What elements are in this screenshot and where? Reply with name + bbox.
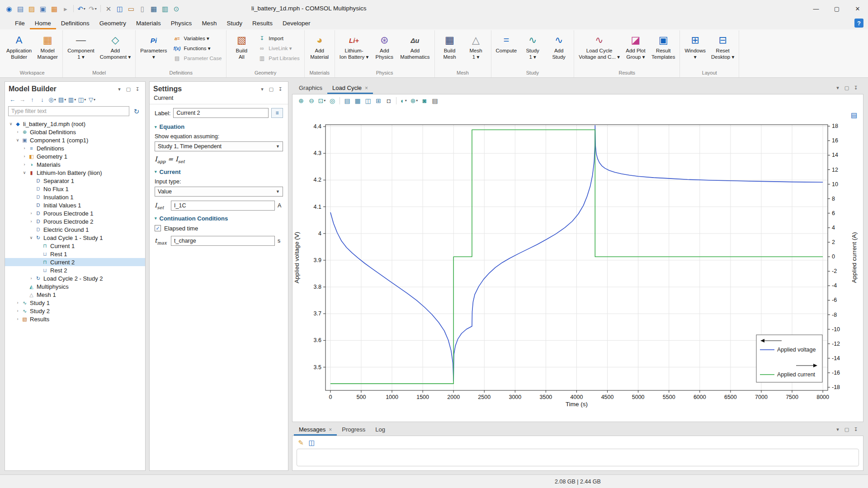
detach-icon[interactable]: ▢ <box>124 85 132 93</box>
collapse-icon[interactable]: ▾ <box>258 85 266 93</box>
ribbon-import[interactable]: ↧Import <box>255 34 302 43</box>
tab-load-cycle[interactable]: Load Cycle× <box>327 83 373 94</box>
grid-icon[interactable]: ▦ <box>353 96 363 105</box>
iset-input[interactable] <box>171 201 275 211</box>
tree-node-current-1[interactable]: ⊓Current 1 <box>5 242 145 250</box>
ribbon-reset-desktop[interactable]: ⊟Reset Desktop ▾ <box>709 32 736 62</box>
cut-icon[interactable]: ✕ <box>103 3 114 14</box>
copy-icon[interactable]: ◫ <box>114 3 125 14</box>
expand-arrow-icon[interactable]: › <box>14 300 21 305</box>
refresh-icon[interactable]: ↻ <box>131 106 142 117</box>
table-icon[interactable]: ▦ <box>148 3 159 14</box>
tab-progress[interactable]: Progress <box>337 424 370 436</box>
ribbon-build-mesh[interactable]: ▦Build Mesh <box>437 32 462 62</box>
tree-node-definitions[interactable]: ›≡Definitions <box>5 144 145 152</box>
ribbon-build-all[interactable]: ▧Build All <box>229 32 254 62</box>
ribbon-functions[interactable]: f(x)Functions ▾ <box>170 44 224 53</box>
ribbon-parameter-case[interactable]: ▤Parameter Case <box>170 54 224 63</box>
menu-definitions[interactable]: Definitions <box>56 18 94 29</box>
tree-node-multiphysics[interactable]: ◭Multiphysics <box>5 282 145 291</box>
split-view-icon[interactable]: ◫ <box>363 96 373 105</box>
node-group-icon[interactable]: ▥ <box>160 3 170 14</box>
ribbon-mesh-1[interactable]: △Mesh 1 ▾ <box>463 32 489 62</box>
tree-node-load-cycle-1-study-1[interactable]: ∨↻Load Cycle 1 - Study 1 <box>5 234 145 242</box>
expand-arrow-icon[interactable]: › <box>14 130 21 134</box>
expand-arrow-icon[interactable]: › <box>21 154 28 159</box>
tree-node-initial-values-1[interactable]: DInitial Values 1 <box>5 201 145 209</box>
pin-icon[interactable]: ↧ <box>852 425 860 433</box>
tmax-input[interactable] <box>171 236 275 246</box>
forward-icon[interactable]: → <box>18 95 27 104</box>
maximize-button[interactable]: ▢ <box>826 0 847 17</box>
tree-node-load-cycle-2-study-2[interactable]: ›↻Load Cycle 2 - Study 2 <box>5 274 145 282</box>
axes-icon[interactable]: ▤ <box>342 96 352 105</box>
expand-arrow-icon[interactable]: › <box>14 309 21 313</box>
tree-node-study-1[interactable]: ›∿Study 1 <box>5 299 145 307</box>
show-ui-options-button[interactable]: ≡ <box>271 108 283 118</box>
tree-node-mesh-1[interactable]: △Mesh 1 <box>5 291 145 299</box>
minimize-button[interactable]: — <box>806 0 826 17</box>
copy-messages-icon[interactable]: ◫ <box>307 438 316 447</box>
new-file-icon[interactable]: ▤ <box>15 3 26 14</box>
print-icon[interactable]: ▤ <box>430 96 440 105</box>
pin-icon[interactable]: ↧ <box>276 85 284 93</box>
ribbon-model-manager[interactable]: ▦Model Manager <box>35 32 60 62</box>
help-button[interactable]: ? <box>854 19 863 28</box>
collapse-icon[interactable]: ▾ <box>115 85 123 93</box>
menu-mesh[interactable]: Mesh <box>197 18 222 29</box>
tree-node-li-battery-1d-mph-root[interactable]: ∨◆li_battery_1d.mph (root) <box>5 120 145 128</box>
go-to-default-view-icon[interactable]: ◎ <box>327 96 337 105</box>
equation-study-dropdown[interactable]: Study 1, Time Dependent ▼ <box>155 141 283 151</box>
image-snapshot-icon[interactable]: ◙ <box>420 96 429 105</box>
filter-icon[interactable]: ▽▾ <box>87 95 97 104</box>
zoom-in-icon[interactable]: ⊕ <box>296 96 306 105</box>
ribbon-component-1[interactable]: ―Component 1 ▾ <box>65 32 96 62</box>
ribbon-add-study[interactable]: ∿Add Study <box>546 32 571 62</box>
scene-settings-icon[interactable]: ⊛▾ <box>409 96 419 105</box>
redo-icon[interactable]: ↷▾ <box>87 3 98 14</box>
label-input[interactable] <box>173 108 269 118</box>
ribbon-study-1[interactable]: ∿Study 1 ▾ <box>520 32 545 62</box>
detach-icon[interactable]: ▢ <box>267 85 275 93</box>
collapse-icon[interactable]: ▾ <box>834 84 842 92</box>
tree-node-rest-2[interactable]: ⊔Rest 2 <box>5 266 145 274</box>
back-icon[interactable]: ← <box>8 95 17 104</box>
open-icon[interactable]: ▨ <box>26 3 37 14</box>
collapse-arrow-icon[interactable]: ∨ <box>14 138 21 142</box>
clear-messages-icon[interactable]: ✎ <box>296 438 306 447</box>
expand-arrow-icon[interactable]: › <box>21 146 28 150</box>
tree-node-lithium-ion-battery-liion[interactable]: ∨▮Lithium-Ion Battery (liion) <box>5 169 145 177</box>
comsol-logo[interactable]: ◉ <box>4 3 14 14</box>
plot-shortcut-icon[interactable]: ▤ <box>849 109 859 120</box>
ribbon-add-component[interactable]: ◇Add Component ▾ <box>98 32 133 62</box>
run-icon[interactable]: ▸ <box>60 3 71 14</box>
move-down-icon[interactable]: ↓ <box>38 95 47 104</box>
expand-arrow-icon[interactable]: › <box>28 276 34 281</box>
ribbon-add-material[interactable]: ◕Add Material <box>307 32 332 62</box>
move-up-icon[interactable]: ↑ <box>28 95 37 104</box>
lock-icon[interactable]: ◘ <box>384 96 394 105</box>
collapse-arrow-icon[interactable]: ∨ <box>28 235 34 240</box>
color-theme-icon[interactable]: ◐▾ <box>399 96 409 105</box>
show-options-icon[interactable]: ◎▾ <box>47 95 57 104</box>
tab-messages[interactable]: Messages× <box>294 424 337 436</box>
ribbon-add-mathematics[interactable]: ΔuAdd Mathematics <box>398 32 432 62</box>
pin-icon[interactable]: ↧ <box>133 85 142 93</box>
ribbon-load-cycle-voltage-and-c[interactable]: ∿Load Cycle Voltage and C... ▾ <box>576 32 622 62</box>
expand-arrow-icon[interactable]: › <box>28 211 34 216</box>
ribbon-parameters[interactable]: PiParameters ▾ <box>138 32 169 62</box>
ribbon-compute[interactable]: =Compute <box>494 32 519 62</box>
menu-study[interactable]: Study <box>222 18 247 29</box>
zoom-out-icon[interactable]: ⊖ <box>307 96 316 105</box>
close-button[interactable]: ✕ <box>847 0 868 17</box>
ribbon-windows[interactable]: ⊞Windows ▾ <box>682 32 708 62</box>
tab-graphics[interactable]: Graphics <box>294 83 327 94</box>
tree-node-component-1-comp1[interactable]: ∨▣Component 1 (comp1) <box>5 136 145 144</box>
tree-node-electric-ground-1[interactable]: DElectric Ground 1 <box>5 225 145 234</box>
close-icon[interactable]: × <box>329 427 332 433</box>
tab-log[interactable]: Log <box>370 424 390 436</box>
collapse-arrow-icon[interactable]: ∨ <box>8 122 14 126</box>
menu-results[interactable]: Results <box>247 18 278 29</box>
delete-icon[interactable]: ▯ <box>137 3 148 14</box>
tree-node-porous-electrode-2[interactable]: ›DPorous Electrode 2 <box>5 217 145 225</box>
